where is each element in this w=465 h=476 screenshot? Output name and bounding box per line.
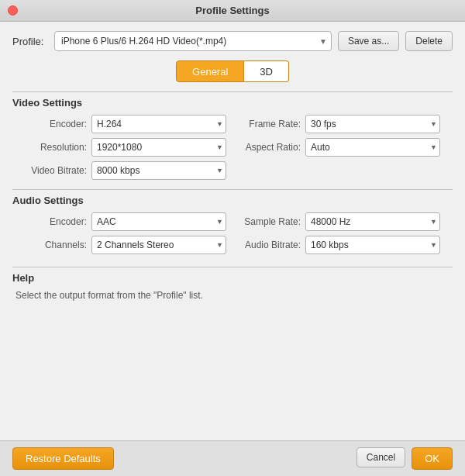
close-button[interactable] (8, 5, 18, 16)
traffic-lights (8, 5, 18, 16)
audio-bitrate-select-wrapper: 160 kbps ▼ (305, 236, 440, 254)
cancel-button[interactable]: Cancel (356, 447, 405, 467)
audio-encoder-select[interactable]: AAC (91, 212, 226, 231)
channels-row: Channels: 2 Channels Stereo ▼ (25, 236, 226, 254)
aspect-ratio-select[interactable]: Auto (305, 138, 440, 157)
frame-rate-select[interactable]: 30 fps (305, 115, 440, 133)
video-settings-title: Video Settings (12, 97, 453, 109)
delete-button[interactable]: Delete (405, 31, 453, 51)
video-divider (12, 91, 453, 92)
resolution-select[interactable]: 1920*1080 (91, 138, 226, 157)
video-bitrate-label: Video Bitrate: (25, 165, 87, 176)
audio-bitrate-row: Audio Bitrate: 160 kbps ▼ (239, 236, 440, 254)
tabs-row: General 3D (12, 60, 453, 82)
help-title: Help (12, 272, 453, 284)
audio-encoder-select-wrapper: AAC ▼ (91, 212, 226, 231)
audio-settings-grid: Encoder: AAC ▼ Sample Rate: 48000 Hz (12, 212, 453, 254)
sample-rate-select[interactable]: 48000 Hz (305, 212, 440, 231)
profile-label: Profile: (12, 36, 48, 47)
profile-row: Profile: iPhone 6 Plus/6 H.264 HD Video(… (12, 31, 453, 51)
window-title: Profile Settings (195, 5, 269, 16)
video-settings-grid: Encoder: H.264 ▼ Frame Rate: 30 fps (12, 115, 453, 180)
sample-rate-select-wrapper: 48000 Hz ▼ (305, 212, 440, 231)
tab-general[interactable]: General (176, 60, 244, 82)
restore-defaults-button[interactable]: Restore Defaults (12, 447, 114, 470)
resolution-row: Resolution: 1920*1080 ▼ (25, 138, 226, 157)
channels-select[interactable]: 2 Channels Stereo (91, 236, 226, 254)
ok-button[interactable]: OK (412, 447, 453, 470)
profile-select[interactable]: iPhone 6 Plus/6 H.264 HD Video(*.mp4) (54, 31, 332, 51)
channels-select-wrapper: 2 Channels Stereo ▼ (91, 236, 226, 254)
aspect-ratio-label: Aspect Ratio: (239, 142, 301, 153)
bottom-bar: Restore Defaults Cancel OK (0, 440, 465, 476)
encoder-select[interactable]: H.264 (91, 115, 226, 133)
audio-settings-section: Audio Settings Encoder: AAC ▼ Sample Rat… (12, 189, 453, 254)
video-settings-section: Video Settings Encoder: H.264 ▼ Frame Ra… (12, 91, 453, 180)
window: Profile Settings Profile: iPhone 6 Plus/… (0, 0, 465, 476)
resolution-select-wrapper: 1920*1080 ▼ (91, 138, 226, 157)
content-area: Profile: iPhone 6 Plus/6 H.264 HD Video(… (0, 22, 465, 440)
video-bitrate-row: Video Bitrate: 8000 kbps ▼ (25, 161, 226, 180)
audio-encoder-row: Encoder: AAC ▼ (25, 212, 226, 231)
audio-divider (12, 189, 453, 190)
video-bitrate-select-wrapper: 8000 kbps ▼ (91, 161, 226, 180)
frame-rate-select-wrapper: 30 fps ▼ (305, 115, 440, 133)
sample-rate-row: Sample Rate: 48000 Hz ▼ (239, 212, 440, 231)
bottom-right-buttons: Cancel OK (356, 447, 453, 470)
empty-cell (239, 161, 440, 180)
help-text: Select the output format from the "Profi… (12, 290, 453, 301)
encoder-row: Encoder: H.264 ▼ (25, 115, 226, 133)
aspect-ratio-select-wrapper: Auto ▼ (305, 138, 440, 157)
audio-settings-title: Audio Settings (12, 195, 453, 206)
frame-rate-label: Frame Rate: (239, 119, 301, 129)
profile-select-wrapper: iPhone 6 Plus/6 H.264 HD Video(*.mp4) ▼ (54, 31, 332, 51)
help-section: Help Select the output format from the "… (12, 267, 453, 301)
tab-3d[interactable]: 3D (244, 60, 289, 82)
audio-bitrate-label: Audio Bitrate: (239, 240, 301, 250)
audio-bitrate-select[interactable]: 160 kbps (305, 236, 440, 254)
channels-label: Channels: (25, 240, 87, 250)
encoder-select-wrapper: H.264 ▼ (91, 115, 226, 133)
video-bitrate-select[interactable]: 8000 kbps (91, 161, 226, 180)
help-divider (12, 267, 453, 267)
save-as-button[interactable]: Save as... (338, 31, 399, 51)
sample-rate-label: Sample Rate: (239, 216, 301, 227)
audio-encoder-label: Encoder: (25, 216, 87, 227)
aspect-ratio-row: Aspect Ratio: Auto ▼ (239, 138, 440, 157)
title-bar: Profile Settings (0, 0, 465, 22)
encoder-label: Encoder: (25, 119, 87, 129)
frame-rate-row: Frame Rate: 30 fps ▼ (239, 115, 440, 133)
resolution-label: Resolution: (25, 142, 87, 153)
